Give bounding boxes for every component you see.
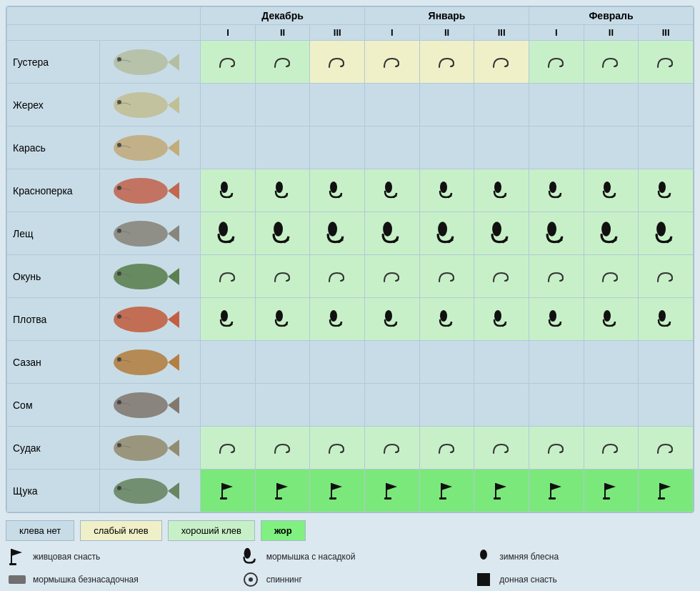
svg-point-75 xyxy=(221,310,228,322)
svg-point-91 xyxy=(659,310,666,322)
fish-name: Сом xyxy=(7,384,100,427)
bite-cell xyxy=(365,384,420,427)
svg-point-12 xyxy=(114,92,168,118)
svg-point-146 xyxy=(480,550,487,560)
svg-marker-142 xyxy=(11,549,22,556)
main-container: Декабрь Январь Февраль I II III I II III… xyxy=(0,0,700,591)
svg-marker-139 xyxy=(660,483,671,490)
svg-point-29 xyxy=(440,182,447,193)
legend-text: мормышка безнасадочная xyxy=(33,575,139,585)
bite-cell xyxy=(310,126,365,169)
bite-cell xyxy=(310,470,365,512)
period-9: III xyxy=(639,25,694,41)
bite-cell xyxy=(584,427,639,470)
fish-name: Густера xyxy=(7,41,100,84)
period-header-row: I II III I II III I II III xyxy=(7,25,694,41)
bite-cell xyxy=(419,126,474,169)
bite-cell xyxy=(639,212,694,255)
fish-name: Жерех xyxy=(7,84,100,126)
fish-image xyxy=(99,341,200,384)
legend-icon xyxy=(239,547,262,567)
svg-point-0 xyxy=(114,49,168,75)
svg-point-50 xyxy=(438,222,447,237)
bite-cell xyxy=(474,341,529,384)
bite-cell xyxy=(201,126,256,169)
fishing-calendar-table: Декабрь Январь Февраль I II III I II III… xyxy=(6,6,694,513)
bite-cell xyxy=(310,427,365,470)
svg-rect-147 xyxy=(9,575,26,584)
svg-point-33 xyxy=(549,182,556,193)
bite-cell xyxy=(529,41,584,84)
svg-marker-16 xyxy=(168,139,179,157)
bite-cell xyxy=(474,212,529,255)
bite-cell xyxy=(201,341,256,384)
bite-cell xyxy=(365,212,420,255)
svg-point-27 xyxy=(385,182,392,193)
bite-cell xyxy=(474,384,529,427)
table-row: Жерех xyxy=(7,84,694,126)
svg-point-72 xyxy=(114,307,168,332)
svg-point-58 xyxy=(656,222,666,237)
svg-point-83 xyxy=(440,310,447,322)
svg-point-87 xyxy=(549,310,556,322)
table-row: Густера xyxy=(7,41,694,84)
svg-point-77 xyxy=(276,310,283,322)
bite-cell xyxy=(639,384,694,427)
bite-cell xyxy=(201,41,256,84)
svg-rect-122 xyxy=(329,497,336,500)
bite-cell xyxy=(365,341,420,384)
bite-cell xyxy=(419,384,474,427)
svg-rect-116 xyxy=(220,497,227,500)
bite-cell xyxy=(255,169,310,212)
period-3: III xyxy=(310,25,365,41)
bite-cell xyxy=(584,384,639,427)
svg-point-52 xyxy=(492,222,501,237)
bite-cell xyxy=(529,84,584,126)
legend-icon xyxy=(6,570,29,590)
svg-point-56 xyxy=(602,222,611,237)
bite-cell xyxy=(639,341,694,384)
table-row: Щука xyxy=(7,470,694,512)
bite-cell xyxy=(365,126,420,169)
bite-cell xyxy=(474,255,529,298)
bite-cell xyxy=(584,126,639,169)
bite-cell xyxy=(419,298,474,341)
bite-cell xyxy=(419,169,474,212)
table-row: Плотва xyxy=(7,298,694,341)
bite-cell xyxy=(201,84,256,126)
svg-marker-118 xyxy=(277,483,288,490)
bite-cell xyxy=(201,298,256,341)
svg-point-37 xyxy=(659,182,666,193)
fish-name: Сазан xyxy=(7,341,100,384)
svg-point-54 xyxy=(547,222,556,237)
svg-point-15 xyxy=(114,135,168,161)
svg-rect-128 xyxy=(439,497,446,500)
svg-point-99 xyxy=(114,435,168,461)
bite-cell xyxy=(529,212,584,255)
bite-cell xyxy=(584,341,639,384)
fish-image xyxy=(99,126,200,169)
svg-point-60 xyxy=(114,264,168,289)
svg-marker-19 xyxy=(168,182,179,199)
fish-image xyxy=(99,427,200,470)
legend-no-bite: клева нет xyxy=(6,520,74,541)
svg-point-31 xyxy=(494,182,501,193)
bite-cell xyxy=(365,84,420,126)
bite-cell xyxy=(255,341,310,384)
legend-good-bite: хороший клев xyxy=(168,520,255,541)
period-4: I xyxy=(365,25,420,41)
legend-icon xyxy=(239,570,262,590)
january-header: Январь xyxy=(365,7,529,25)
bite-cell xyxy=(365,298,420,341)
bite-cell xyxy=(255,298,310,341)
svg-marker-1 xyxy=(168,54,179,71)
svg-marker-121 xyxy=(331,483,342,490)
svg-rect-150 xyxy=(477,573,490,586)
december-header: Декабрь xyxy=(201,7,365,25)
table-row: Окунь xyxy=(7,255,694,298)
bite-cell xyxy=(255,212,310,255)
bite-cell xyxy=(419,341,474,384)
fish-image xyxy=(99,298,200,341)
fish-name: Судак xyxy=(7,427,100,470)
svg-marker-73 xyxy=(168,311,179,328)
